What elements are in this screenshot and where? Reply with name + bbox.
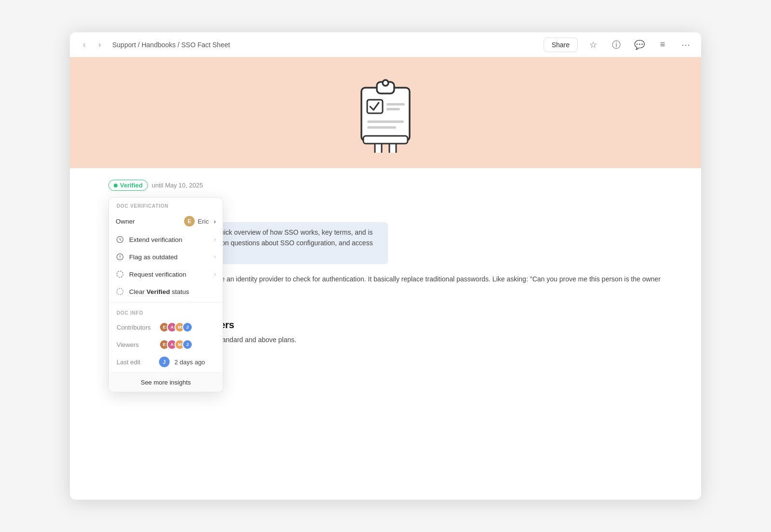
clear-verified-item[interactable]: Clear Verified status xyxy=(109,283,223,300)
owner-label: Owner xyxy=(116,218,179,225)
extend-label: Extend verification xyxy=(129,236,209,243)
extend-chevron-icon: › xyxy=(214,236,216,243)
svg-point-2 xyxy=(383,80,388,86)
verified-row: Verified until May 10, 2025 DOC VERIFICA… xyxy=(108,180,663,191)
flag-chevron-icon: › xyxy=(214,253,216,260)
request-label: Request verification xyxy=(129,271,209,278)
last-edit-value: J 2 days ago xyxy=(159,357,205,367)
svg-rect-7 xyxy=(367,126,396,129)
flag-outdated-item[interactable]: Flag as outdated › xyxy=(109,248,223,266)
contributors-row: Contributors E A M J xyxy=(109,319,223,336)
titlebar: ‹ › Support / Handbooks / SSO Fact Sheet… xyxy=(70,32,701,57)
content-area: Verified until May 10, 2025 DOC VERIFICA… xyxy=(70,168,701,500)
more-icon[interactable]: ⋯ xyxy=(678,37,693,53)
clipboard-illustration xyxy=(352,73,419,153)
last-editor-avatar: J xyxy=(159,357,170,367)
contributor-avatar-4: J xyxy=(182,322,193,332)
clear-icon xyxy=(116,287,124,296)
last-edit-time: 2 days ago xyxy=(174,359,205,366)
clear-label: Clear Verified status xyxy=(129,288,216,295)
request-verification-item[interactable]: Request verification › xyxy=(109,266,223,283)
svg-rect-5 xyxy=(386,108,400,110)
viewers-label: Viewers xyxy=(117,341,155,348)
viewers-avatar-stack: E A M J xyxy=(159,339,193,350)
svg-point-15 xyxy=(117,271,123,278)
extend-icon xyxy=(116,235,124,244)
doc-verification-label: DOC VERIFICATION xyxy=(109,198,223,212)
verified-badge[interactable]: Verified xyxy=(108,180,148,191)
nav-arrows: ‹ › xyxy=(78,38,106,52)
svg-rect-4 xyxy=(386,103,405,106)
extend-verification-item[interactable]: Extend verification › xyxy=(109,231,223,248)
hero-banner xyxy=(70,57,701,168)
contributors-avatars: E A M J xyxy=(159,322,193,332)
viewers-avatars: E A M J xyxy=(159,339,193,350)
svg-point-14 xyxy=(120,258,120,259)
nav-forward-button[interactable]: › xyxy=(93,38,106,52)
owner-chevron-icon: › xyxy=(214,218,216,225)
see-more-insights-button[interactable]: See more insights xyxy=(109,372,223,392)
breadcrumb: Support / Handbooks / SSO Fact Sheet xyxy=(112,41,544,49)
verified-dot xyxy=(114,184,118,187)
flag-icon xyxy=(116,253,124,261)
owner-row[interactable]: Owner E Eric › xyxy=(109,212,223,231)
viewers-row: Viewers E A M J xyxy=(109,336,223,353)
titlebar-actions: Share ☆ ⓘ 💬 ≡ ⋯ xyxy=(544,37,693,53)
svg-point-16 xyxy=(117,289,123,295)
request-icon xyxy=(116,270,124,279)
owner-info: E Eric xyxy=(184,216,209,226)
svg-rect-10 xyxy=(363,136,408,144)
last-edit-label: Last edit xyxy=(117,359,155,366)
owner-name: Eric xyxy=(198,218,209,225)
svg-rect-0 xyxy=(361,88,410,141)
request-chevron-icon: › xyxy=(214,271,216,278)
doc-verification-dropdown: DOC VERIFICATION Owner E Eric › xyxy=(108,197,223,392)
svg-rect-6 xyxy=(367,120,404,123)
doc-info-label: DOC INFO xyxy=(109,305,223,319)
list-icon[interactable]: ≡ xyxy=(655,37,670,53)
share-button[interactable]: Share xyxy=(544,38,578,52)
star-icon[interactable]: ☆ xyxy=(585,37,601,53)
verified-until: until May 10, 2025 xyxy=(152,182,203,189)
owner-avatar: E xyxy=(184,216,195,226)
viewer-avatar-4: J xyxy=(182,339,193,350)
info-icon[interactable]: ⓘ xyxy=(609,37,624,53)
contributors-label: Contributors xyxy=(117,324,155,331)
verified-label: Verified xyxy=(120,182,143,189)
nav-back-button[interactable]: ‹ xyxy=(78,38,91,52)
divider xyxy=(109,302,223,303)
last-edit-row: Last edit J 2 days ago xyxy=(109,353,223,371)
comment-icon[interactable]: 💬 xyxy=(632,37,647,53)
contributors-avatar-stack: E A M J xyxy=(159,322,193,332)
flag-label: Flag as outdated xyxy=(129,253,209,261)
